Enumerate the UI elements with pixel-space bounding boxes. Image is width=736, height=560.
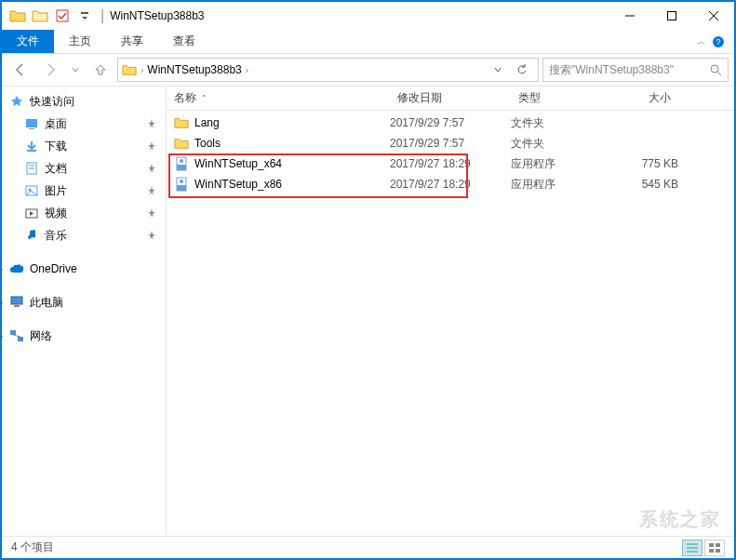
titlebar: | WinNTSetup388b3 [2,2,734,30]
pin-icon [147,164,156,173]
column-date[interactable]: 修改日期 [390,90,511,106]
view-details-button[interactable] [682,540,703,556]
ribbon-tab-share[interactable]: 共享 [106,30,158,53]
address-bar[interactable]: › WinNTSetup388b3 › [117,58,539,82]
sidebar-item[interactable]: 文档 [2,157,166,180]
sidebar-onedrive[interactable]: › OneDrive [2,258,166,280]
network-icon [9,328,24,343]
qat-check-icon[interactable] [52,6,73,26]
item-icon [24,228,39,243]
cloud-icon [9,261,24,276]
folder-icon [7,6,28,26]
sidebar-item-label: 下载 [45,139,67,154]
svg-point-29 [180,180,183,183]
chevron-right-icon[interactable]: › [2,331,3,341]
ribbon-tab-home[interactable]: 主页 [54,30,106,53]
svg-rect-28 [177,185,186,191]
svg-rect-0 [57,10,68,21]
application-icon [174,156,189,171]
sidebar-item-label: 图片 [45,183,67,199]
svg-rect-22 [18,337,23,341]
close-button[interactable] [692,2,734,30]
column-headers: 名称 ˄ 修改日期 类型 大小 [167,87,734,111]
chevron-right-icon[interactable]: › [2,264,3,274]
column-name[interactable]: 名称 ˄ [167,90,390,106]
ribbon-collapse-icon[interactable]: ︿ [697,35,706,48]
file-row[interactable]: Lang2017/9/29 7:57文件夹 [167,113,734,133]
file-name: Tools [194,137,221,150]
sidebar-network[interactable]: › 网络 [2,325,166,347]
ribbon-tab-view[interactable]: 查看 [158,30,210,53]
pin-icon [147,186,156,195]
folder-icon [174,115,189,130]
ribbon: 文件 主页 共享 查看 ︿ ? [2,30,734,54]
search-icon[interactable] [710,64,722,76]
breadcrumb[interactable]: WinNTSetup388b3 [147,63,241,76]
sidebar-item-label: OneDrive [30,262,77,275]
svg-text:?: ? [716,37,720,47]
pin-icon [147,119,156,128]
svg-rect-34 [716,543,720,547]
column-type[interactable]: 类型 [511,90,604,106]
file-row[interactable]: WinNTSetup_x642017/9/27 18:29应用程序775 KB [167,153,734,174]
folder-icon [174,136,189,151]
file-size: 545 KB [604,178,678,191]
qat-dropdown-icon[interactable] [74,6,95,26]
sidebar-item[interactable]: 桌面 [2,113,166,135]
sidebar-item[interactable]: 图片 [2,180,166,202]
title-separator: | [100,7,104,24]
star-icon [9,94,24,109]
view-icons-button[interactable] [704,540,725,556]
window-title: WinNTSetup388b3 [110,9,204,22]
sidebar-item-label: 网络 [30,328,52,344]
svg-point-26 [180,159,183,163]
search-input[interactable]: 搜索"WinNTSetup388b3" [542,58,729,82]
ribbon-file-tab[interactable]: 文件 [2,30,54,53]
sidebar-item[interactable]: 音乐 [2,224,166,247]
column-size[interactable]: 大小 [604,90,678,106]
file-name: WinNTSetup_x64 [194,157,282,170]
nav-recent-dropdown[interactable] [67,58,84,82]
chevron-right-icon[interactable]: › [246,65,248,75]
navigation-pane[interactable]: 快速访问 桌面下载文档图片视频音乐 › OneDrive › 此电脑 [2,87,167,536]
nav-up-button[interactable] [87,58,114,82]
sidebar-item[interactable]: 下载 [2,135,166,157]
nav-back-button[interactable] [7,58,33,82]
file-type: 文件夹 [511,115,604,131]
file-list[interactable]: Lang2017/9/29 7:57文件夹Tools2017/9/29 7:57… [167,111,734,536]
sidebar-item-label: 快速访问 [30,94,74,110]
minimize-button[interactable] [609,2,650,30]
sidebar-item[interactable]: 视频 [2,202,166,224]
refresh-icon[interactable] [510,59,534,81]
file-row[interactable]: WinNTSetup_x862017/9/27 18:29应用程序545 KB [167,174,734,194]
chevron-right-icon[interactable]: › [141,65,143,75]
svg-rect-33 [709,543,714,547]
status-text: 4 个项目 [11,540,54,555]
address-dropdown-icon[interactable] [486,59,510,81]
computer-icon [9,295,24,310]
file-type: 应用程序 [511,156,604,172]
svg-line-9 [717,72,721,75]
file-name: WinNTSetup_x86 [194,178,282,191]
application-icon [174,177,189,192]
svg-point-8 [711,65,718,73]
sidebar-item-label: 桌面 [45,116,67,132]
item-icon [24,116,39,131]
sidebar-item-label: 视频 [45,206,67,221]
sidebar-item-label: 此电脑 [30,295,63,311]
item-icon [24,139,39,153]
svg-rect-20 [14,305,20,307]
svg-rect-21 [10,330,16,335]
folder-icon [122,63,137,76]
pin-icon [147,141,156,151]
svg-rect-36 [716,549,720,553]
maximize-button[interactable] [650,2,692,30]
sidebar-this-pc[interactable]: › 此电脑 [2,291,166,313]
chevron-right-icon[interactable]: › [2,298,3,308]
folder-open-icon[interactable] [30,6,50,26]
nav-forward-button[interactable] [37,58,63,82]
sidebar-quick-access[interactable]: 快速访问 [2,90,166,113]
file-size: 775 KB [604,157,678,170]
help-icon[interactable]: ? [712,35,725,48]
file-row[interactable]: Tools2017/9/29 7:57文件夹 [167,133,734,153]
